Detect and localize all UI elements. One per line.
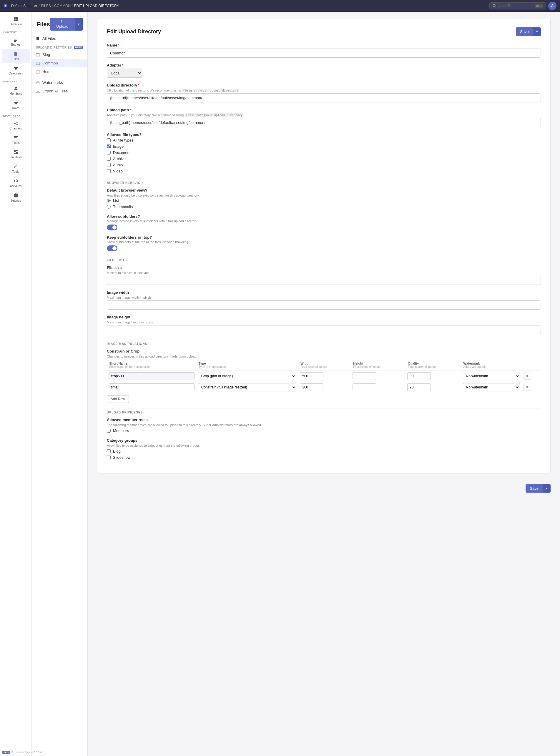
row1-delete-button[interactable] bbox=[523, 373, 531, 380]
catgroup-blog-checkbox[interactable] bbox=[107, 450, 111, 453]
dir-blog[interactable]: Blog bbox=[32, 50, 87, 59]
sidebar-item-overview[interactable]: Overview bbox=[2, 15, 30, 28]
nav-all-files[interactable]: All Files bbox=[32, 34, 87, 43]
sidebar-item-entries[interactable]: Entries bbox=[2, 35, 30, 48]
browser-view-label: Default browser view? bbox=[107, 188, 541, 193]
svg-rect-10 bbox=[14, 40, 17, 41]
search-input[interactable] bbox=[498, 4, 533, 8]
row1-width-input[interactable] bbox=[300, 372, 323, 380]
view-list[interactable]: List bbox=[107, 198, 541, 203]
home-icon[interactable] bbox=[34, 4, 38, 8]
file-size-input[interactable] bbox=[107, 276, 541, 285]
add-row-button[interactable]: Add Row bbox=[107, 395, 129, 403]
row2-watermark-select[interactable]: No watermark bbox=[463, 383, 520, 391]
avatar[interactable]: A bbox=[548, 2, 557, 10]
row1-type-select[interactable]: Crop (part of image) Constrain (full ima… bbox=[198, 372, 296, 380]
filetype-archive[interactable]: Archive bbox=[107, 157, 541, 161]
view-list-radio[interactable] bbox=[107, 199, 111, 202]
sidebar-item-settings[interactable]: Settings bbox=[2, 191, 30, 204]
upload-path-group: Upload path* Absolute path to your direc… bbox=[107, 108, 541, 127]
row2-width-input[interactable] bbox=[300, 383, 323, 391]
row2-type-select[interactable]: Crop (part of image) Constrain (full ima… bbox=[198, 383, 296, 391]
upload-button-group[interactable]: Upload ▾ bbox=[50, 18, 83, 31]
filetype-image-checkbox[interactable] bbox=[107, 144, 111, 148]
filetype-image[interactable]: Image bbox=[107, 144, 541, 148]
filetype-all-checkbox[interactable] bbox=[107, 138, 111, 142]
filetype-video[interactable]: Video bbox=[107, 169, 541, 173]
upload-button[interactable]: Upload bbox=[50, 18, 75, 31]
allow-subfolders-hint: Manage nested layers of subfolders withi… bbox=[107, 219, 541, 223]
upload-path-input[interactable] bbox=[107, 118, 541, 127]
footer-save-dropdown[interactable]: ▾ bbox=[543, 484, 551, 493]
sidebar-item-tools[interactable]: Tools bbox=[2, 162, 30, 176]
nav-export-all[interactable]: Export All Files bbox=[32, 87, 87, 95]
directory-home-icon bbox=[36, 70, 40, 74]
role-members-checkbox[interactable] bbox=[107, 429, 111, 433]
row2-delete-button[interactable] bbox=[523, 384, 531, 391]
view-thumbnails-radio[interactable] bbox=[107, 205, 111, 208]
keep-subfolders-toggle[interactable] bbox=[107, 245, 117, 251]
row1-short-name-cell bbox=[107, 371, 196, 382]
row1-quality-input[interactable] bbox=[407, 372, 431, 380]
delete-icon-2 bbox=[526, 385, 529, 389]
row2-short-name-input[interactable] bbox=[108, 383, 195, 391]
image-height-input[interactable] bbox=[107, 325, 541, 334]
row2-quality-input[interactable] bbox=[407, 383, 431, 391]
row1-short-name-input[interactable] bbox=[108, 372, 195, 380]
svg-line-16 bbox=[15, 122, 17, 123]
sidebar-item-categories[interactable]: Categories bbox=[2, 63, 30, 77]
row1-watermark-select[interactable]: No watermark bbox=[463, 372, 520, 380]
footer-save-button[interactable]: Save bbox=[525, 484, 543, 493]
view-thumbnails[interactable]: Thumbnails bbox=[107, 204, 541, 209]
role-members[interactable]: Members bbox=[107, 429, 541, 433]
row1-height-input[interactable] bbox=[353, 372, 376, 380]
save-dropdown-arrow[interactable]: ▾ bbox=[533, 27, 541, 36]
catgroup-blog[interactable]: Blog bbox=[107, 449, 541, 454]
save-button[interactable]: Save bbox=[516, 27, 533, 36]
upload-directory-input[interactable] bbox=[107, 93, 541, 102]
adapter-select[interactable]: Local bbox=[107, 68, 142, 78]
filetype-all[interactable]: All file types bbox=[107, 138, 541, 142]
image-width-input[interactable] bbox=[107, 300, 541, 310]
sidebar-item-templates[interactable]: Templates bbox=[2, 147, 30, 161]
nav-watermarks[interactable]: Watermarks bbox=[32, 78, 87, 87]
row2-height-input[interactable] bbox=[353, 383, 376, 391]
filetype-audio-checkbox[interactable] bbox=[107, 163, 111, 167]
dir-common[interactable]: Common bbox=[32, 59, 87, 67]
footer-save-group[interactable]: Save ▾ bbox=[525, 484, 551, 493]
sidebar-item-addons[interactable]: Add-Ons bbox=[2, 176, 30, 190]
filetype-document[interactable]: Document bbox=[107, 151, 541, 155]
upload-dropdown-arrow[interactable]: ▾ bbox=[75, 18, 83, 31]
sidebar-item-members[interactable]: Members bbox=[2, 84, 30, 98]
allow-subfolders-toggle[interactable] bbox=[107, 224, 117, 231]
breadcrumb-files[interactable]: FILES bbox=[41, 4, 51, 8]
save-button-group[interactable]: Save ▾ bbox=[516, 27, 541, 36]
brand-icon: D bbox=[3, 3, 8, 8]
secondary-sidebar: Files Upload ▾ All Files UPLOAD DIRECTOR… bbox=[32, 12, 88, 756]
fields-icon bbox=[14, 135, 18, 140]
filetype-audio[interactable]: Audio bbox=[107, 163, 541, 167]
table-row: Crop (part of image) Constrain (full ima… bbox=[107, 382, 541, 393]
breadcrumb-common[interactable]: COMMON bbox=[54, 4, 71, 8]
sidebar-item-channels[interactable]: Channels bbox=[2, 119, 30, 133]
catgroup-slideshow[interactable]: Slideshow bbox=[107, 455, 541, 460]
filetype-archive-checkbox[interactable] bbox=[107, 157, 111, 161]
breadcrumb-current: EDIT UPLOAD DIRECTORY bbox=[74, 4, 119, 8]
row1-delete-cell bbox=[522, 371, 541, 382]
filetype-document-checkbox[interactable] bbox=[107, 151, 111, 155]
row2-short-name-cell bbox=[107, 382, 196, 393]
catgroup-slideshow-checkbox[interactable] bbox=[107, 456, 111, 459]
col-short-name: Short Name Short name of this manipulati… bbox=[107, 360, 196, 371]
name-input[interactable] bbox=[107, 48, 541, 58]
sidebar-item-roles[interactable]: Roles bbox=[2, 98, 30, 112]
sidebar-item-files[interactable]: Files bbox=[2, 49, 30, 63]
allow-subfolders-label: Allow subfolders? bbox=[107, 214, 541, 219]
keep-subfolders-slider bbox=[107, 245, 117, 251]
search-box[interactable]: ⌘ J bbox=[489, 2, 546, 9]
directory-blog-icon bbox=[36, 53, 40, 57]
breadcrumb-sep2: / bbox=[52, 4, 53, 8]
svg-rect-4 bbox=[14, 17, 16, 19]
filetype-video-checkbox[interactable] bbox=[107, 169, 111, 173]
dir-home[interactable]: Home bbox=[32, 67, 87, 76]
sidebar-item-fields[interactable]: Fields bbox=[2, 133, 30, 147]
